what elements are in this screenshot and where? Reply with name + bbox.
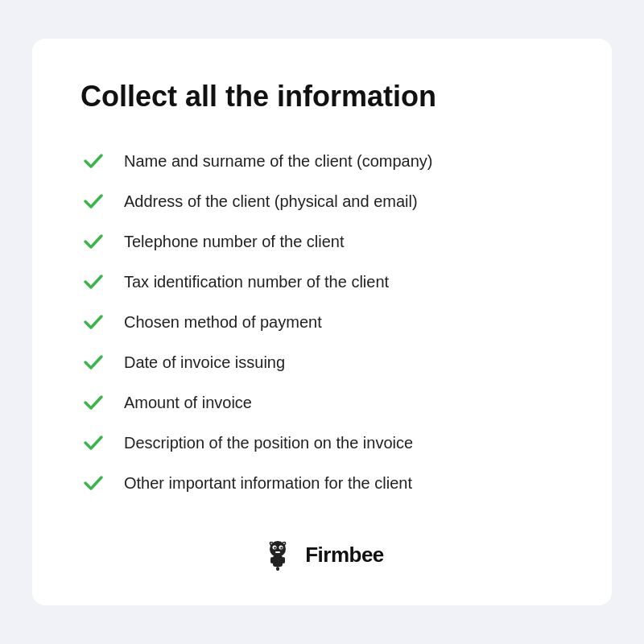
svg-point-6: [274, 547, 275, 548]
check-icon: [80, 430, 106, 456]
list-item-text: Chosen method of payment: [124, 311, 322, 333]
svg-rect-3: [282, 557, 285, 564]
list-item-text: Name and surname of the client (company): [124, 150, 433, 172]
list-item: Amount of invoice: [80, 385, 564, 420]
list-item: Date of invoice issuing: [80, 345, 564, 380]
checklist: Name and surname of the client (company)…: [80, 143, 564, 501]
brand-name: Firmbee: [305, 543, 384, 568]
list-item-text: Tax identification number of the client: [124, 270, 389, 293]
list-item: Address of the client (physical and emai…: [80, 184, 564, 219]
page-title: Collect all the information: [80, 79, 564, 114]
brand-section: Firmbee: [80, 530, 564, 573]
list-item-text: Address of the client (physical and emai…: [124, 190, 418, 213]
list-item: Chosen method of payment: [80, 304, 564, 340]
check-icon: [80, 390, 106, 415]
check-icon: [80, 148, 106, 174]
svg-rect-9: [276, 567, 279, 571]
list-item: Tax identification number of the client: [80, 264, 564, 299]
list-item: Other important information for the clie…: [80, 465, 564, 501]
check-icon: [80, 188, 106, 214]
svg-rect-1: [273, 555, 283, 567]
svg-point-0: [270, 541, 286, 557]
check-icon: [80, 349, 106, 375]
svg-point-7: [280, 547, 282, 548]
brand-logo-icon: [260, 538, 295, 573]
list-item: Name and surname of the client (company): [80, 143, 564, 179]
svg-rect-2: [270, 557, 274, 564]
list-item: Telephone number of the client: [80, 224, 564, 259]
main-card: Collect all the information Name and sur…: [32, 39, 612, 605]
check-icon: [80, 269, 106, 295]
list-item-text: Amount of invoice: [124, 391, 252, 414]
list-item-text: Telephone number of the client: [124, 230, 345, 253]
list-item-text: Description of the position on the invoi…: [124, 431, 413, 454]
list-item: Description of the position on the invoi…: [80, 425, 564, 460]
check-icon: [80, 229, 106, 254]
list-item-text: Date of invoice issuing: [124, 351, 285, 374]
list-item-text: Other important information for the clie…: [124, 472, 412, 494]
check-icon: [80, 309, 106, 335]
svg-rect-8: [275, 551, 280, 553]
check-icon: [80, 470, 106, 496]
